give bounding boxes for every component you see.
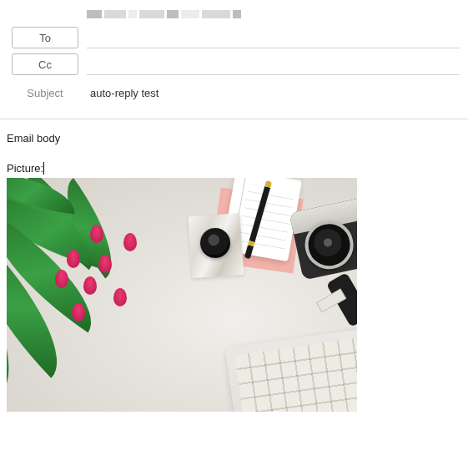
to-field[interactable] xyxy=(87,27,460,48)
text-cursor xyxy=(43,162,44,175)
from-redacted xyxy=(12,7,468,22)
picture-label-line: Picture: xyxy=(7,161,461,176)
body-text-line: Email body xyxy=(7,131,461,146)
email-body-editor[interactable]: Email body Picture: xyxy=(0,119,468,423)
subject-field[interactable] xyxy=(87,82,460,104)
subject-label: Subject xyxy=(12,87,78,99)
to-button[interactable]: To xyxy=(12,27,78,48)
embedded-image[interactable] xyxy=(7,178,357,412)
compose-header: To Cc Subject xyxy=(0,0,468,110)
cc-field[interactable] xyxy=(87,53,460,75)
cc-button[interactable]: Cc xyxy=(12,53,78,75)
